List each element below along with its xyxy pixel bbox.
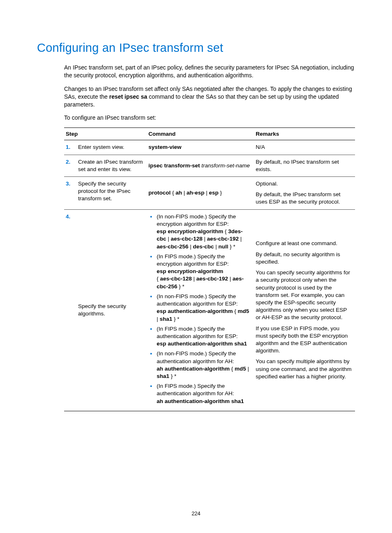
step-text: Specify the security algorithms. — [76, 209, 147, 411]
table-row: 2. Create an IPsec transform set and ent… — [64, 155, 355, 176]
text: | — [228, 276, 233, 282]
command: ah authentication-algorithm sha1 — [157, 398, 244, 404]
step-text: Enter system view. — [76, 140, 147, 155]
header-step: Step — [64, 128, 147, 140]
step-number: 3. — [64, 177, 76, 210]
list-item: (In FIPS mode.) Specify the authenticati… — [156, 382, 251, 405]
text: (In FIPS mode.) Specify the authenticati… — [157, 383, 234, 396]
command-name: reset ipsec sa — [109, 93, 148, 100]
page-number: 224 — [0, 510, 392, 517]
remark-text: Optional. — [256, 180, 352, 188]
intro-paragraph-1: An IPsec transform set, part of an IPsec… — [64, 64, 355, 79]
step-number: 2. — [64, 155, 76, 176]
text: | — [192, 276, 196, 282]
keyword: ah — [175, 190, 182, 196]
step-number: 4. — [64, 209, 76, 411]
remark-text: Configure at least one command. — [256, 240, 352, 247]
page-heading: Configuring an IPsec transform set — [37, 41, 355, 55]
command: esp authentication-algorithm — [157, 308, 233, 314]
step-text: Create an IPsec transform set and enter … — [76, 155, 147, 176]
command: ipsec transform-set — [148, 162, 200, 169]
text: } — [219, 190, 222, 196]
text: | — [182, 190, 187, 196]
remark-text: By default, no security algorithm is spe… — [256, 251, 352, 266]
text: { — [230, 366, 235, 372]
intro-paragraph-2: Changes to an IPsec transform set affect… — [64, 85, 355, 109]
command: esp authentication-algorithm sha1 — [157, 341, 247, 347]
keyword: aes-cbc-128 — [171, 236, 202, 242]
text: } * — [177, 283, 184, 290]
keyword: null — [219, 243, 228, 250]
text: | — [246, 366, 249, 372]
step-number: 1. — [64, 140, 76, 155]
remark-text: If you use ESP in FIPS mode, you must sp… — [256, 325, 352, 355]
list-item: (In non-FIPS mode.) Specify the authenti… — [156, 350, 251, 380]
list-item: (In FIPS mode.) Specify the authenticati… — [156, 325, 251, 348]
command-cell: system-view — [147, 140, 254, 155]
remark-text: You can specify multiple algorithms by u… — [256, 358, 352, 380]
text: | — [203, 236, 207, 242]
command-cell: (In non-FIPS mode.) Specify the encrypti… — [147, 209, 254, 411]
command: system-view — [148, 144, 181, 150]
keyword: aes-cbc-192 — [207, 236, 239, 242]
keyword: des-cbc — [193, 243, 214, 250]
keyword: sha1 — [159, 316, 172, 322]
remarks-cell: By default, no IPsec transform set exist… — [254, 155, 355, 176]
remarks-cell: Configure at least one command. By defau… — [254, 209, 355, 411]
text: (In non-FIPS mode.) Specify the encrypti… — [157, 213, 236, 227]
text: { — [233, 308, 238, 314]
list-item: (In non-FIPS mode.) Specify the encrypti… — [156, 213, 251, 250]
text: | — [188, 243, 193, 250]
table-row: 1. Enter system view. system-view N/A — [64, 140, 355, 155]
command-cell: ipsec transform-set transform-set-name — [147, 155, 254, 176]
remarks-cell: Optional. By default, the IPsec transfor… — [254, 177, 355, 210]
keyword: esp — [209, 190, 219, 196]
keyword: aes-cbc-192 — [196, 276, 228, 282]
remark-text: By default, the IPsec transform set uses… — [256, 191, 352, 206]
header-command: Command — [147, 128, 254, 140]
command-arg: transform-set-name — [200, 162, 250, 169]
step-text: Specify the security protocol for the IP… — [76, 177, 147, 210]
command: ah authentication-algorithm — [157, 366, 230, 372]
command-cell: protocol { ah | ah-esp | esp } — [147, 177, 254, 210]
command: protocol — [148, 190, 171, 196]
keyword: sha1 — [157, 373, 169, 379]
text: (In non-FIPS mode.) Specify the authenti… — [157, 293, 238, 307]
text: | — [239, 236, 242, 242]
text: } * — [228, 243, 235, 250]
text: | — [214, 243, 219, 250]
text: } * — [169, 373, 176, 379]
remarks-cell: N/A — [254, 140, 355, 155]
config-steps-table: Step Command Remarks 1. Enter system vie… — [64, 127, 355, 411]
remark-text: You can specify security algorithms for … — [256, 269, 352, 322]
list-item: (In non-FIPS mode.) Specify the authenti… — [156, 293, 251, 323]
text: | — [204, 190, 209, 196]
text: { — [223, 228, 228, 234]
list-item: (In FIPS mode.) Specify the encryption a… — [156, 253, 251, 290]
text: (In FIPS mode.) Specify the authenticati… — [157, 326, 238, 339]
text: { — [171, 190, 175, 196]
text: (In non-FIPS mode.) Specify the authenti… — [157, 350, 236, 364]
keyword: md5 — [238, 308, 249, 314]
table-row: 3. Specify the security protocol for the… — [64, 177, 355, 210]
table-row: 4. Specify the security algorithms. (In … — [64, 209, 355, 411]
keyword: ah-esp — [187, 190, 205, 196]
command: esp encryption-algorithm — [157, 228, 223, 234]
header-remarks: Remarks — [254, 128, 355, 140]
text: } * — [172, 316, 179, 322]
text: (In FIPS mode.) Specify the encryption a… — [157, 253, 229, 267]
keyword: aes-cbc-256 — [157, 243, 188, 250]
keyword: md5 — [235, 366, 246, 372]
keyword: aes-cbc-128 — [160, 276, 191, 282]
intro-paragraph-3: To configure an IPsec transform set: — [64, 114, 355, 122]
text: | — [166, 236, 171, 242]
command: esp encryption-algorithm — [157, 268, 223, 274]
